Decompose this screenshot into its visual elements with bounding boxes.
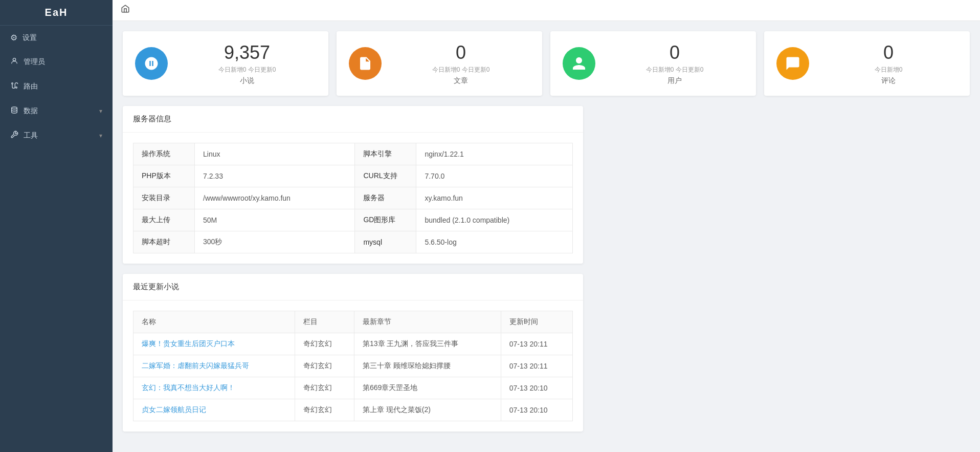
server-value: bundled (2.1.0 compatible) bbox=[416, 209, 573, 231]
novels-col-header: 名称 bbox=[133, 311, 295, 333]
server-label: 最大上传 bbox=[133, 209, 195, 231]
novel-name: 二嫁军婚：虐翻前夫闪嫁最猛兵哥 bbox=[133, 355, 295, 377]
main-area: 9,357 今日新增0 今日更新0 小说 0 今日新增0 今日更新0 文章 bbox=[113, 0, 980, 452]
server-label: 操作系统 bbox=[133, 143, 195, 165]
sidebar-logo: EaH bbox=[0, 0, 113, 26]
novels-info: 9,357 今日新增0 今日更新0 小说 bbox=[178, 41, 316, 85]
settings-icon: ⚙ bbox=[10, 33, 17, 42]
comments-sub: 今日新增0 bbox=[875, 66, 903, 74]
server-table-row: 脚本超时 300秒 mysql 5.6.50-log bbox=[133, 231, 573, 253]
server-label: 脚本超时 bbox=[133, 231, 195, 253]
stat-card-articles: 0 今日新增0 今日更新0 文章 bbox=[337, 31, 542, 96]
sidebar: EaH ⚙ 设置 管理员 路由 数据 ▾ 工具 ▾ bbox=[0, 0, 113, 452]
articles-number: 0 bbox=[456, 41, 466, 63]
tools-icon bbox=[10, 131, 18, 141]
server-label: CURL支持 bbox=[355, 165, 416, 187]
svg-point-1 bbox=[12, 83, 13, 84]
stat-card-novels: 9,357 今日新增0 今日更新0 小说 bbox=[123, 31, 328, 96]
server-label: 脚本引擎 bbox=[355, 143, 416, 165]
novels-table-row[interactable]: 爆爽！贵女重生后团灭户口本 奇幻玄幻 第13章 王九渊，答应我三件事 07-13… bbox=[133, 333, 573, 355]
comments-info: 0 今日新增0 评论 bbox=[819, 41, 957, 85]
server-value: 7.70.0 bbox=[416, 165, 573, 187]
recent-novels-panel: 最近更新小说 名称栏目最新章节更新时间 爆爽！贵女重生后团灭户口本 奇幻玄幻 第… bbox=[123, 274, 583, 432]
novels-sub: 今日新增0 今日更新0 bbox=[218, 66, 276, 74]
novels-col-header: 最新章节 bbox=[354, 311, 501, 333]
sidebar-item-tools[interactable]: 工具 ▾ bbox=[0, 123, 113, 148]
server-info-title: 服务器信息 bbox=[123, 106, 583, 133]
articles-label: 文章 bbox=[454, 76, 468, 85]
users-sub: 今日新增0 今日更新0 bbox=[646, 66, 704, 74]
novel-chapter: 第13章 王九渊，答应我三件事 bbox=[354, 333, 501, 355]
novel-time: 07-13 20:11 bbox=[501, 333, 572, 355]
stat-card-users: 0 今日新增0 今日更新0 用户 bbox=[550, 31, 756, 96]
svg-point-2 bbox=[16, 87, 17, 89]
server-label: mysql bbox=[355, 231, 416, 253]
server-label: PHP版本 bbox=[133, 165, 195, 187]
server-label: 服务器 bbox=[355, 187, 416, 209]
novel-chapter: 第669章天罡圣地 bbox=[354, 377, 501, 399]
recent-novels-table: 名称栏目最新章节更新时间 爆爽！贵女重生后团灭户口本 奇幻玄幻 第13章 王九渊… bbox=[133, 311, 573, 421]
server-table-row: 最大上传 50M GD图形库 bundled (2.1.0 compatible… bbox=[133, 209, 573, 231]
home-icon[interactable] bbox=[121, 4, 130, 16]
recent-novels-title: 最近更新小说 bbox=[123, 274, 583, 300]
svg-point-0 bbox=[13, 58, 15, 61]
sidebar-item-settings[interactable]: ⚙ 设置 bbox=[0, 26, 113, 50]
articles-info: 0 今日新增0 今日更新0 文章 bbox=[392, 41, 530, 85]
data-icon bbox=[10, 106, 18, 116]
comments-label: 评论 bbox=[881, 76, 896, 85]
server-value: 5.6.50-log bbox=[416, 231, 573, 253]
stats-row: 9,357 今日新增0 今日更新0 小说 0 今日新增0 今日更新0 文章 bbox=[123, 31, 970, 96]
server-value: /www/wwwroot/xy.kamo.fun bbox=[195, 187, 355, 209]
novel-name: 爆爽！贵女重生后团灭户口本 bbox=[133, 333, 295, 355]
novels-col-header: 更新时间 bbox=[501, 311, 572, 333]
users-icon bbox=[563, 47, 595, 80]
novels-table-row[interactable]: 二嫁军婚：虐翻前夫闪嫁最猛兵哥 奇幻玄幻 第三十章 顾维琛给媳妇撑腰 07-13… bbox=[133, 355, 573, 377]
svg-point-3 bbox=[12, 107, 17, 109]
server-value: 50M bbox=[195, 209, 355, 231]
comments-icon bbox=[776, 47, 809, 80]
sidebar-item-label-data: 数据 bbox=[24, 106, 99, 116]
novels-table-row[interactable]: 贞女二嫁领航员日记 奇幻玄幻 第上章 现代之菜饭(2) 07-13 20:10 bbox=[133, 399, 573, 421]
routes-icon bbox=[10, 81, 18, 92]
server-value: nginx/1.22.1 bbox=[416, 143, 573, 165]
sidebar-item-routes[interactable]: 路由 bbox=[0, 74, 113, 99]
articles-icon bbox=[349, 47, 382, 80]
admin-icon bbox=[10, 57, 18, 67]
novels-col-header: 栏目 bbox=[295, 311, 354, 333]
novels-icon bbox=[135, 47, 168, 80]
server-table-row: PHP版本 7.2.33 CURL支持 7.70.0 bbox=[133, 165, 573, 187]
tools-arrow-icon: ▾ bbox=[99, 132, 102, 139]
sidebar-item-label-admin: 管理员 bbox=[24, 57, 102, 67]
novel-time: 07-13 20:11 bbox=[501, 355, 572, 377]
users-number: 0 bbox=[670, 41, 680, 63]
server-info-body: 操作系统 Linux 脚本引擎 nginx/1.22.1 PHP版本 7.2.3… bbox=[123, 133, 583, 264]
sidebar-item-data[interactable]: 数据 ▾ bbox=[0, 99, 113, 123]
server-table-row: 安装目录 /www/wwwroot/xy.kamo.fun 服务器 xy.kam… bbox=[133, 187, 573, 209]
novel-name: 贞女二嫁领航员日记 bbox=[133, 399, 295, 421]
novel-time: 07-13 20:10 bbox=[501, 399, 572, 421]
content-area: 9,357 今日新增0 今日更新0 小说 0 今日新增0 今日更新0 文章 bbox=[113, 21, 980, 452]
server-info-panel: 服务器信息 操作系统 Linux 脚本引擎 nginx/1.22.1 PHP版本… bbox=[123, 106, 583, 264]
users-info: 0 今日新增0 今日更新0 用户 bbox=[606, 41, 744, 85]
stat-card-comments: 0 今日新增0 评论 bbox=[764, 31, 970, 96]
server-table: 操作系统 Linux 脚本引擎 nginx/1.22.1 PHP版本 7.2.3… bbox=[133, 143, 573, 253]
comments-number: 0 bbox=[883, 41, 894, 63]
novel-time: 07-13 20:10 bbox=[501, 377, 572, 399]
articles-sub: 今日新增0 今日更新0 bbox=[432, 66, 490, 74]
novels-table-row[interactable]: 玄幻：我真不想当大好人啊！ 奇幻玄幻 第669章天罡圣地 07-13 20:10 bbox=[133, 377, 573, 399]
recent-novels-body: 名称栏目最新章节更新时间 爆爽！贵女重生后团灭户口本 奇幻玄幻 第13章 王九渊… bbox=[123, 300, 583, 432]
sidebar-item-admin[interactable]: 管理员 bbox=[0, 50, 113, 74]
server-label: GD图形库 bbox=[355, 209, 416, 231]
server-value: Linux bbox=[195, 143, 355, 165]
novel-category: 奇幻玄幻 bbox=[295, 399, 354, 421]
novels-table-header-row: 名称栏目最新章节更新时间 bbox=[133, 311, 573, 333]
users-label: 用户 bbox=[667, 76, 682, 85]
sidebar-item-label-settings: 设置 bbox=[23, 33, 102, 42]
sidebar-item-label-routes: 路由 bbox=[24, 82, 102, 91]
server-label: 安装目录 bbox=[133, 187, 195, 209]
novel-category: 奇幻玄幻 bbox=[295, 355, 354, 377]
server-value: 7.2.33 bbox=[195, 165, 355, 187]
novels-number: 9,357 bbox=[224, 41, 270, 63]
novel-chapter: 第三十章 顾维琛给媳妇撑腰 bbox=[354, 355, 501, 377]
topbar bbox=[113, 0, 980, 21]
